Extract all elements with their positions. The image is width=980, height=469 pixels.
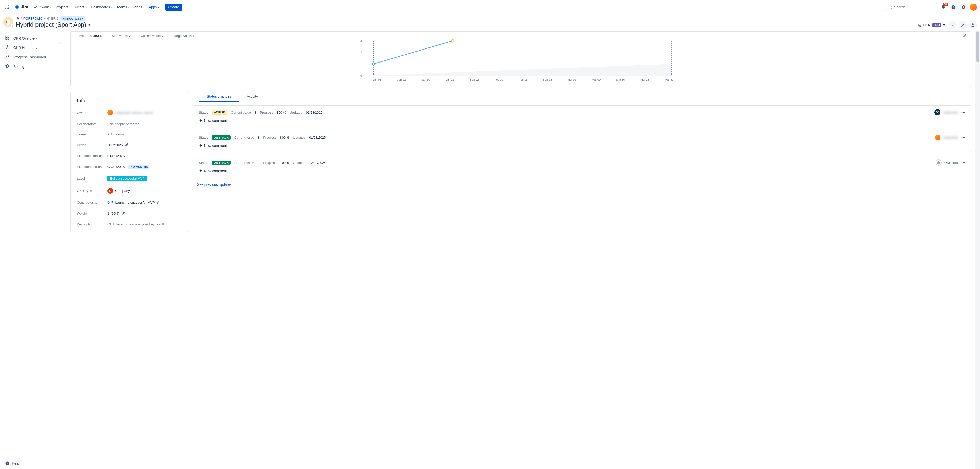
sidebar-item-progress-dashboard[interactable]: Progress Dashboard — [0, 52, 61, 62]
nav-item-apps[interactable]: Apps▾ — [147, 0, 161, 14]
description-input[interactable]: Click here to describe your key result — [107, 222, 181, 226]
breadcrumb: / PORTFOLIO / HYBR-1 IN PROGRESS ▾ — [16, 16, 90, 21]
jira-logo[interactable]: Jira — [12, 4, 30, 10]
more-actions-button[interactable]: ••• — [960, 110, 966, 115]
svg-point-6 — [5, 8, 6, 9]
edit-weight-button[interactable] — [121, 211, 125, 216]
wrench-icon — [960, 23, 965, 27]
sidebar-item-okr-hierarchy[interactable]: OKR Hierarchy — [0, 43, 61, 52]
header-help-button[interactable]: ? — [948, 21, 956, 29]
more-actions-button[interactable]: ••• — [960, 160, 966, 165]
plus-icon: + — [199, 143, 202, 148]
svg-text:?: ? — [953, 5, 954, 8]
home-icon[interactable] — [16, 16, 19, 21]
pencil-icon — [963, 34, 967, 38]
notification-badge: 9+ — [943, 3, 948, 6]
svg-point-3 — [5, 6, 6, 7]
help-button[interactable]: ? — [950, 3, 958, 11]
see-previous-updates-link[interactable]: See previous updates — [194, 183, 231, 186]
collaborators-input[interactable]: Add people or teams... — [107, 122, 181, 126]
nav-item-dashboards[interactable]: Dashboards▾ — [89, 0, 115, 14]
svg-point-19 — [6, 48, 6, 49]
sidebar-item-okr-overview[interactable]: OKR Overview — [0, 33, 61, 43]
edit-contributes-button[interactable] — [157, 200, 161, 205]
owner-value[interactable]: redacted owner name — [107, 110, 181, 115]
weight-label: Weight — [77, 211, 107, 215]
description-label: Description — [77, 222, 107, 226]
nav-item-your-work[interactable]: Your work▾ — [31, 0, 53, 14]
svg-point-8 — [8, 8, 9, 9]
label-label: Label — [77, 176, 107, 180]
svg-point-9 — [889, 6, 891, 8]
search-input[interactable] — [894, 5, 935, 9]
okr-type-label: OKR Type — [77, 189, 107, 192]
tab-status-changes[interactable]: Status changes — [199, 92, 239, 102]
collaborators-label: Collaborators — [77, 122, 107, 126]
search-input-wrapper[interactable] — [886, 3, 937, 11]
period-label: Period — [77, 143, 107, 147]
chevron-down-icon: ▾ — [82, 17, 84, 20]
svg-line-10 — [891, 8, 892, 8]
new-comment-button[interactable]: +New comment — [199, 168, 966, 173]
profile-avatar[interactable] — [970, 3, 977, 11]
progress-chart: 0123Jan 05Jan 12Jan 19Jan 26Feb 02Feb 09… — [75, 39, 966, 83]
status-update-card: StatusAT RISKCurrent value3Progress300 %… — [194, 105, 971, 127]
svg-point-2 — [8, 5, 9, 6]
app-switcher-icon[interactable] — [3, 3, 11, 11]
svg-rect-17 — [8, 38, 9, 40]
svg-rect-14 — [6, 36, 7, 37]
svg-point-43 — [372, 63, 375, 65]
okr-type-icon: C — [107, 188, 113, 194]
info-title: Info — [77, 98, 181, 103]
svg-text:Jan 19: Jan 19 — [422, 78, 430, 81]
svg-point-20 — [8, 48, 9, 49]
header-profile-button[interactable] — [969, 21, 977, 29]
status-badge: AT RISK — [212, 110, 228, 114]
tab-activity[interactable]: Activity — [239, 92, 266, 102]
top-nav: Jira Your work▾Projects▾Filters▾Dashboar… — [0, 0, 980, 14]
progress-chart-card: Progress: 300% Start value: 0 Current va… — [70, 32, 971, 87]
chevron-down-icon: ▾ — [943, 23, 945, 27]
sidebar-help[interactable]: ? Help — [5, 461, 19, 466]
new-comment-button[interactable]: +New comment — [199, 143, 966, 148]
star-icon[interactable]: ★ — [11, 24, 14, 28]
gear-icon — [961, 5, 966, 10]
edit-chart-button[interactable] — [963, 34, 967, 39]
svg-point-13 — [972, 24, 974, 25]
contributes-key[interactable]: O-7 — [107, 200, 113, 204]
svg-text:Mar 09: Mar 09 — [592, 78, 600, 81]
more-actions-button[interactable]: ••• — [960, 135, 966, 140]
svg-point-18 — [7, 45, 8, 46]
nav-item-filters[interactable]: Filters▾ — [73, 0, 89, 14]
user-name: redacted — [943, 135, 958, 139]
scrollbar-thumb[interactable] — [976, 32, 979, 62]
svg-text:Jan 12: Jan 12 — [397, 78, 406, 81]
notifications-button[interactable]: 9+ — [939, 3, 947, 11]
okr-app-dropdown[interactable]: ◎ OKR BETA ▾ — [917, 22, 946, 28]
svg-text:Mar 30: Mar 30 — [665, 78, 673, 81]
teams-input[interactable]: Add teams... — [107, 132, 181, 136]
end-date-value: 03/31/2025 — [107, 165, 125, 169]
new-comment-button[interactable]: +New comment — [199, 118, 966, 123]
activity-panel: Status changes Activity StatusAT RISKCur… — [194, 92, 971, 186]
svg-text:Jan 26: Jan 26 — [446, 78, 454, 81]
header-tools-button[interactable] — [959, 21, 967, 29]
settings-button[interactable] — [959, 3, 968, 11]
status-lozenge[interactable]: IN PROGRESS ▾ — [60, 16, 85, 21]
svg-text:3: 3 — [360, 39, 362, 42]
nav-item-teams[interactable]: Teams▾ — [115, 0, 131, 14]
chevron-down-icon[interactable]: ▾ — [88, 23, 90, 27]
edit-period-button[interactable] — [125, 143, 129, 147]
plus-icon: + — [199, 118, 202, 123]
nav-item-plans[interactable]: Plans▾ — [131, 0, 147, 14]
status-update-card: StatusON TRACKCurrent value8Progress800 … — [194, 130, 971, 152]
sidebar-item-settings[interactable]: Settings — [0, 62, 61, 71]
create-button[interactable]: Create — [165, 3, 182, 11]
nav-item-projects[interactable]: Projects▾ — [53, 0, 73, 14]
label-tag[interactable]: Build a successful MVP — [107, 176, 147, 181]
scrollbar-track[interactable] — [975, 32, 980, 469]
end-date-hint: IN 2 MONTHS — [128, 165, 150, 169]
robot-avatar: 🤖 — [935, 159, 942, 165]
svg-text:Feb 16: Feb 16 — [519, 78, 528, 81]
breadcrumb-portfolio[interactable]: PORTFOLIO — [24, 17, 43, 21]
